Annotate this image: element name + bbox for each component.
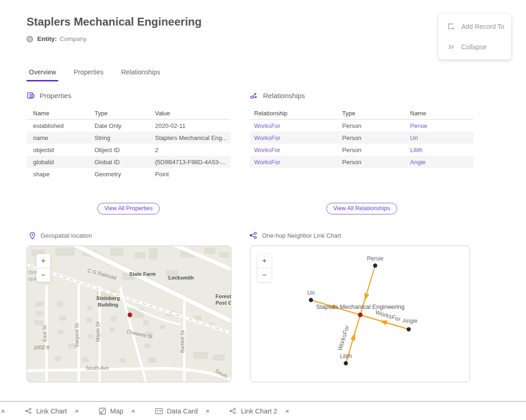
node-label-angie: Angie [403, 318, 418, 324]
relationship-link[interactable]: WorksFor [254, 122, 342, 129]
property-type-cell: Object ID [94, 147, 155, 153]
relationship-link[interactable]: WorksFor [254, 159, 342, 166]
column-header: Type [342, 110, 410, 117]
column-header: Relationship [254, 110, 342, 117]
bottom-tabs-container: Link Chart×Map×Data Card×Link Chart 2× [5, 407, 290, 415]
link-chart-zoom-control: + − [257, 254, 271, 282]
link-chart-zoom-out-button[interactable]: − [257, 268, 271, 282]
relationship-row: WorksForPersonLilith [250, 144, 473, 156]
column-header: Type [94, 110, 155, 117]
data-card-page: Staplers Mechanical Engineering Entity: … [0, 0, 526, 420]
node-uri[interactable] [309, 298, 313, 302]
map-label-state-farm: State Farm [129, 271, 156, 277]
link-chart-canvas: WorksFor WorksFor Persie Uri Angie Lilit… [250, 246, 470, 382]
geospatial-section-header: Geospatial location [29, 232, 92, 240]
tab-close-button[interactable]: × [131, 407, 135, 415]
property-row: shapeGeometryPoint [27, 168, 230, 180]
properties-actions: View All Properties [27, 203, 230, 214]
entity-label: Entity: [37, 35, 57, 42]
table-body: WorksForPersonPersieWorksForPersonUriWor… [250, 120, 473, 168]
relationship-type-cell: Person [342, 134, 410, 141]
bottom-tab-bar: × Link Chart×Map×Data Card×Link Chart 2× [0, 401, 526, 420]
bottom-tab-map[interactable]: Map× [99, 407, 135, 415]
property-value-cell: 2 [155, 147, 230, 153]
section-title: One-hop Neighbor Link Chart [262, 232, 341, 239]
node-label-center: Staplers Mechanical Engineering [316, 303, 405, 310]
map-zoom-out-button[interactable]: − [36, 268, 50, 282]
tab-close-button[interactable]: × [206, 407, 210, 415]
relationships-section-header: Relationships [250, 92, 305, 100]
bottom-tab-label: Link Chart [36, 407, 67, 415]
tab-relationships[interactable]: Relationships [119, 67, 162, 81]
map-label-south-ave: South Ave [86, 365, 109, 371]
property-row: establishedDate Only2020-02-11 [27, 120, 230, 132]
map-label-steinberg-2: Building [98, 302, 118, 307]
property-type-cell: Geometry [94, 171, 155, 178]
column-header: Name [33, 110, 94, 117]
view-all-properties-button[interactable]: View All Properties [97, 203, 160, 214]
map-zoom-control: + − [36, 254, 50, 282]
relationship-link[interactable]: WorksFor [254, 147, 342, 153]
link-chart-zoom-in-button[interactable]: + [257, 254, 271, 268]
map-label-east-st: East St [42, 325, 47, 341]
node-persie[interactable] [373, 264, 378, 268]
map-label-maple-dr: Maple Dr [95, 321, 101, 342]
clipped-tab-close-button[interactable]: × [1, 407, 5, 415]
data-card-icon [155, 408, 163, 414]
relationships-actions: View All Relationships [250, 203, 473, 214]
map-icon [99, 407, 106, 415]
one-hop-link-chart-icon [249, 232, 257, 239]
bottom-tab-label: Link Chart 2 [241, 407, 277, 415]
tab-strip: Overview Properties Relationships [27, 67, 162, 81]
tab-overview[interactable]: Overview [27, 67, 58, 81]
bottom-tab-link-chart[interactable]: Link Chart× [25, 407, 79, 415]
related-entity-link[interactable]: Persie [410, 122, 473, 129]
relationship-row: WorksForPersonUri [250, 132, 473, 144]
menu-item-add-record-to[interactable]: Add Record To [438, 16, 511, 37]
bottom-tab-link-chart-2[interactable]: Link Chart 2× [229, 407, 289, 415]
section-title: Properties [40, 92, 71, 100]
tab-properties[interactable]: Properties [71, 67, 106, 81]
view-all-relationships-button[interactable]: View All Relationships [326, 203, 397, 214]
related-entity-link[interactable]: Lilith [410, 147, 473, 153]
property-type-cell: Date Only [94, 122, 155, 129]
property-name-cell: shape [33, 171, 94, 178]
properties-table: Name Type Value establishedDate Only2020… [27, 107, 230, 180]
bottom-tab-label: Map [110, 407, 123, 415]
link-chart-icon [25, 407, 32, 414]
page-title: Staplers Mechanical Engineering [27, 15, 202, 28]
relationship-type-cell: Person [342, 122, 410, 129]
location-pin-icon [29, 232, 36, 240]
collapse-icon [447, 43, 455, 51]
map-label-steinberg-1: Steinberg [96, 295, 120, 301]
properties-section-header: Properties [27, 92, 71, 100]
column-header: Value [155, 110, 230, 117]
node-label-lilith: Lilith [340, 353, 352, 360]
node-center-staplers[interactable] [358, 313, 363, 317]
related-entity-link[interactable]: Angie [410, 159, 473, 166]
node-lilith[interactable] [344, 361, 348, 366]
menu-item-collapse[interactable]: Collapse [438, 37, 511, 57]
related-entity-link[interactable]: Uri [410, 134, 473, 141]
tab-close-button[interactable]: × [285, 407, 290, 415]
map-entity-marker[interactable] [128, 313, 132, 317]
node-angie[interactable] [407, 327, 411, 332]
map-zoom-in-button[interactable]: + [36, 254, 50, 268]
link-chart-section-header: One-hop Neighbor Link Chart [249, 232, 341, 239]
section-title: Relationships [263, 92, 305, 100]
node-label-uri: Uri [307, 290, 315, 296]
tab-close-button[interactable]: × [75, 407, 79, 415]
relationships-table: Relationship Type Name WorksForPersonPer… [250, 107, 473, 168]
map-label-forest-1: Forest Par [216, 293, 231, 299]
property-value-cell: {5D9B4713-F98D-4A53-... [155, 159, 230, 166]
map-label-bartlett-dr: Bartlett Dr [180, 330, 185, 353]
map-panel[interactable]: rbour opaedics C G Railroad State Farm L… [27, 246, 231, 382]
relationship-type-cell: Person [342, 147, 410, 153]
property-row: nameStringStaplers Mechanical Eng... [27, 132, 230, 144]
bottom-tab-data-card[interactable]: Data Card× [155, 407, 210, 415]
link-chart-panel[interactable]: WorksFor WorksFor Persie Uri Angie Lilit… [250, 246, 470, 382]
link-chart-icon [229, 407, 236, 414]
property-value-cell: 2020-02-11 [155, 122, 230, 129]
property-name-cell: name [33, 134, 94, 141]
relationship-link[interactable]: WorksFor [254, 134, 342, 141]
